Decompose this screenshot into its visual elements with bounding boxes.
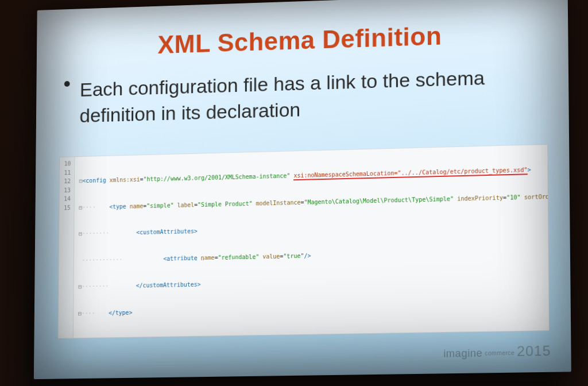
code-line: ⊟········ </customAttributes> [78,273,545,291]
line-number: 12 [64,177,71,186]
brand-word-imagine: imagine [443,347,482,360]
line-number: 13 [64,186,71,195]
slide-title: XML Schema Definition [37,17,568,63]
bullet-text: Each configuration file has a link to th… [79,67,485,126]
line-number: 11 [64,168,71,177]
line-number: 15 [64,203,71,213]
code-gutter: 10 11 12 13 14 15 [58,157,75,338]
code-line: ············ <attribute name="refundable… [79,246,545,265]
code-body: ⊟<config xmlns:xsi="http://www.w3.org/20… [74,145,549,338]
brand-word-commerce: commerce [485,350,514,357]
brand-year: 2015 [517,343,551,360]
bullet-dot-icon [64,81,70,87]
room-background: XML Schema Definition Each configuration… [0,0,588,386]
code-line: ⊟···· <type name="simple" label="Simple … [79,192,544,211]
presentation-slide: XML Schema Definition Each configuration… [34,0,571,379]
brand-footer: imagine commerce 2015 [443,343,551,361]
code-snippet: 10 11 12 13 14 15 ⊟<config xmlns:xsi="ht… [57,144,550,339]
code-line: ⊟········ <customAttributes> [79,219,544,238]
code-line: ⊟···· </type> [78,301,546,318]
slide-bullet: Each configuration file has a link to th… [79,64,533,129]
code-line: ⊟<config xmlns:xsi="http://www.w3.org/20… [79,165,544,185]
line-number: 10 [64,159,71,168]
line-number: 14 [64,194,71,203]
